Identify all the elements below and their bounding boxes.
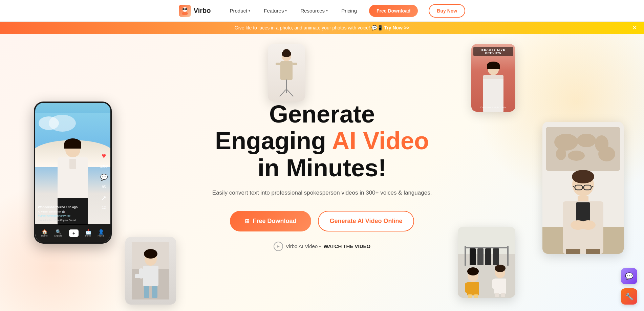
logo-icon [179, 5, 191, 17]
hero-title: Generate Engaging AI Video in Minutes! [212, 101, 432, 181]
svg-rect-37 [474, 294, 478, 298]
support-widget-button[interactable]: 🔧 [621, 288, 637, 305]
svg-point-48 [577, 134, 596, 147]
floating-image-bottom-left [125, 237, 176, 305]
svg-point-1 [182, 12, 188, 15]
nav-product[interactable]: Product ▾ [229, 5, 252, 16]
svg-rect-17 [143, 266, 158, 286]
svg-rect-19 [152, 286, 157, 298]
svg-point-50 [556, 148, 566, 160]
svg-point-47 [554, 134, 578, 151]
svg-rect-24 [465, 247, 509, 248]
hero-content: Generate Engaging AI Video in Minutes! E… [212, 101, 432, 251]
svg-rect-25 [465, 246, 466, 266]
banner-cta-link[interactable]: Try Now >> [384, 25, 410, 30]
svg-rect-65 [576, 202, 590, 223]
floating-phone-tiktok: ♥ 1350 💬 95 ↗ 12 WondershareVirbo • 3h a… [34, 102, 112, 244]
svg-rect-30 [493, 248, 499, 265]
chevron-down-icon: ▾ [285, 9, 287, 13]
floating-card-top-right: BEAUTY LIVE PREVIEW Don't miss tonight's… [471, 44, 515, 112]
banner-close-button[interactable]: ✕ [632, 24, 637, 31]
svg-rect-44 [501, 293, 505, 297]
svg-point-3 [185, 8, 187, 10]
svg-rect-18 [144, 286, 149, 298]
svg-rect-28 [477, 248, 484, 265]
svg-point-16 [144, 249, 157, 259]
svg-rect-29 [485, 248, 491, 265]
svg-rect-26 [507, 246, 509, 266]
hero-generate-online-button[interactable]: Generate AI Video Online [318, 211, 414, 231]
floating-image-far-right [542, 122, 624, 254]
floating-card-bottom-right [458, 227, 515, 298]
logo-text: Virbo [194, 7, 211, 15]
hero-section: ♥ 1350 💬 95 ↗ 12 WondershareVirbo • 3h a… [0, 34, 644, 311]
svg-rect-41 [492, 279, 496, 289]
svg-rect-27 [470, 248, 476, 265]
nav-pricing[interactable]: Pricing [340, 5, 358, 16]
svg-rect-7 [280, 61, 293, 80]
hero-cta-buttons: ⊞ Free Download Generate AI Video Online [212, 211, 432, 231]
svg-point-2 [183, 8, 185, 10]
floating-image-top-center [268, 44, 305, 102]
svg-rect-35 [475, 283, 479, 293]
svg-rect-69 [586, 249, 600, 254]
hero-watch-video[interactable]: ▶ Virbo AI Video - WATCH THE VIDEO [212, 242, 432, 251]
chat-widget-button[interactable]: 💬 [621, 268, 637, 284]
svg-point-55 [572, 170, 594, 183]
svg-line-11 [280, 90, 286, 96]
svg-rect-34 [465, 283, 469, 293]
nav-features[interactable]: Features ▾ [262, 5, 288, 16]
svg-point-67 [581, 220, 596, 230]
nav-resources[interactable]: Resources ▾ [299, 5, 329, 16]
hero-subtitle: Easily convert text into professional sp… [212, 188, 432, 197]
svg-point-6 [282, 50, 291, 57]
svg-rect-8 [276, 63, 280, 65]
svg-rect-9 [293, 63, 297, 65]
svg-rect-68 [566, 249, 580, 254]
logo[interactable]: Virbo [179, 5, 211, 17]
chevron-down-icon: ▾ [326, 9, 328, 13]
svg-line-12 [287, 90, 293, 96]
navbar: Virbo Product ▾ Features ▾ Resources ▾ P… [0, 0, 644, 22]
chevron-down-icon: ▾ [249, 9, 250, 13]
play-icon: ▶ [274, 242, 283, 251]
hero-free-download-button[interactable]: ⊞ Free Download [230, 211, 311, 231]
svg-rect-42 [502, 279, 506, 289]
svg-rect-43 [495, 293, 499, 297]
sidebar-widgets: 💬 🔧 [621, 268, 637, 305]
svg-rect-10 [286, 80, 287, 93]
svg-rect-21 [135, 274, 140, 278]
svg-point-51 [568, 151, 585, 161]
promo-banner: Give life to faces in a photo, and anima… [0, 22, 644, 34]
svg-rect-36 [468, 294, 472, 298]
windows-icon: ⊞ [245, 218, 249, 224]
nav-buy-now-button[interactable]: Buy Now [429, 4, 465, 18]
svg-point-39 [495, 265, 506, 272]
banner-text: Give life to faces in a photo, and anima… [235, 25, 410, 30]
nav-free-download-button[interactable]: Free Download [369, 5, 418, 17]
svg-point-52 [598, 147, 615, 161]
svg-point-32 [467, 267, 479, 275]
